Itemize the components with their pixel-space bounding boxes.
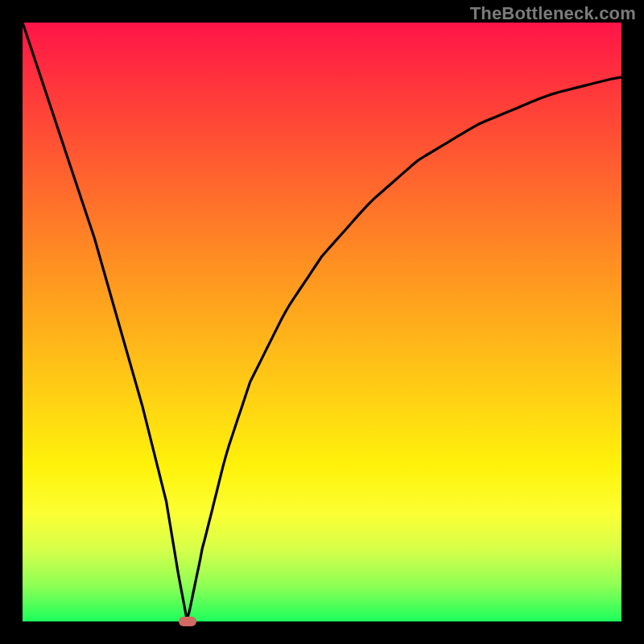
- curve-path: [23, 23, 621, 621]
- bottleneck-curve: [23, 23, 621, 621]
- chart-frame: TheBottleneck.com: [0, 0, 644, 644]
- plot-area: [23, 23, 621, 621]
- watermark-text: TheBottleneck.com: [470, 3, 636, 24]
- minimum-marker: [179, 617, 196, 626]
